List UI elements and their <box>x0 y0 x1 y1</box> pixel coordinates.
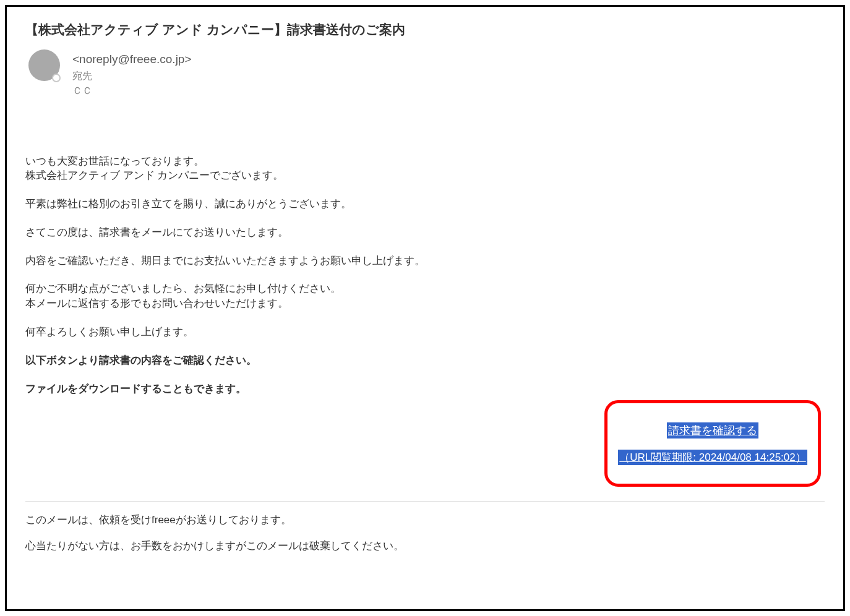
bold-instruction-2: ファイルをダウンロードすることもできます。 <box>25 382 825 396</box>
closing-line: 何卒よろしくお願い申し上げます。 <box>25 325 825 340</box>
cta-highlight-box: 請求書を確認する （URL閲覧期限: 2024/04/08 14:25:02） <box>604 400 821 487</box>
inquiry-line-2: 本メールに返信する形でもお問い合わせいただけます。 <box>25 296 825 311</box>
greeting-line-2: 株式会社アクティブ アンド カンパニーでございます。 <box>25 168 825 183</box>
sender-meta: <noreply@freee.co.jp> 宛先 ＣＣ <box>72 49 192 98</box>
avatar <box>28 49 63 84</box>
bold-instruction-1: 以下ボタンより請求書の内容をご確認ください。 <box>25 353 825 368</box>
invoice-notice-line: さてこの度は、請求書をメールにてお送りいたします。 <box>25 225 825 240</box>
cc-label: ＣＣ <box>72 83 192 98</box>
sender-row: <noreply@freee.co.jp> 宛先 ＣＣ <box>25 49 825 98</box>
payment-request-line: 内容をご確認いただき、期日までにお支払いいただきますようお願い申し上げます。 <box>25 254 825 268</box>
inquiry-line-1: 何かご不明な点がございましたら、お気軽にお申し付けください。 <box>25 281 825 296</box>
footer-line-1: このメールは、依頼を受けfreeeがお送りしております。 <box>25 513 825 528</box>
divider <box>25 501 825 502</box>
greeting-block: いつも大変お世話になっております。 株式会社アクティブ アンド カンパニーでござ… <box>25 154 825 184</box>
presence-indicator-icon <box>52 74 61 82</box>
url-expiry-link[interactable]: （URL閲覧期限: 2024/04/08 14:25:02） <box>618 450 807 465</box>
footer-line-2: 心当たりがない方は、お手数をおかけしますがこのメールは破棄してください。 <box>25 539 825 554</box>
email-window: 【株式会社アクティブ アンド カンパニー】請求書送付のご案内 <noreply@… <box>5 5 845 611</box>
to-label: 宛先 <box>72 69 192 83</box>
confirm-invoice-link[interactable]: 請求書を確認する <box>667 422 758 438</box>
greeting-line-1: いつも大変お世話になっております。 <box>25 154 825 169</box>
email-subject: 【株式会社アクティブ アンド カンパニー】請求書送付のご案内 <box>25 21 825 38</box>
email-body: いつも大変お世話になっております。 株式会社アクティブ アンド カンパニーでござ… <box>25 154 825 396</box>
from-address: <noreply@freee.co.jp> <box>72 51 192 69</box>
inquiry-block: 何かご不明な点がございましたら、お気軽にお申し付けください。 本メールに返信する… <box>25 281 825 311</box>
thanks-line: 平素は弊社に格別のお引き立てを賜り、誠にありがとうございます。 <box>25 197 825 212</box>
email-footer: このメールは、依頼を受けfreeeがお送りしております。 心当たりがない方は、お… <box>25 513 825 554</box>
